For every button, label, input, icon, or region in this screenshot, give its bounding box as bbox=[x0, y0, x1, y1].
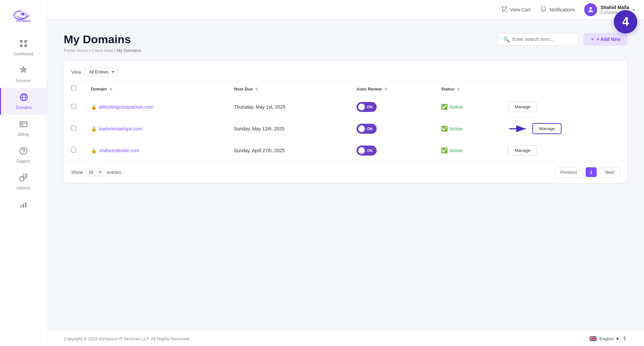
footer-right: 🇬🇧 English ▼ ⬆ bbox=[589, 335, 627, 342]
reports-icon bbox=[19, 200, 28, 211]
breadcrumb-client-area[interactable]: Client Area bbox=[92, 48, 113, 53]
table-row: 🔒 shaheentextile.com Sunday, April 27th,… bbox=[64, 140, 627, 161]
search-box: 🔍 bbox=[498, 33, 579, 46]
notification-count-badge: 4 bbox=[614, 10, 637, 34]
footer: Copyright © 2024 ElySpace IT Services LL… bbox=[47, 330, 644, 346]
svg-point-28 bbox=[506, 11, 507, 12]
logo[interactable]: ElySpace bbox=[9, 4, 38, 27]
row1-manage-button[interactable]: Manage bbox=[508, 102, 537, 112]
row2-auto-renew: ON bbox=[349, 118, 434, 140]
show-entries: Show 10 25 50 100 entries bbox=[71, 168, 121, 176]
page-title: My Domains bbox=[64, 33, 141, 46]
row3-status-badge: ✅ Active bbox=[441, 147, 494, 154]
support-icon bbox=[19, 146, 28, 157]
sidebar-item-services[interactable]: Services bbox=[0, 61, 47, 88]
row2-status-badge: ✅ Active bbox=[441, 125, 494, 132]
next-button[interactable]: Next bbox=[599, 167, 620, 177]
svg-rect-5 bbox=[24, 40, 27, 43]
show-label: Show bbox=[71, 170, 83, 175]
col-action bbox=[501, 82, 627, 96]
sidebar-item-dashboard[interactable]: Dashboard bbox=[0, 34, 47, 61]
sidebar-addons-label: Addons bbox=[16, 186, 30, 190]
copyright-text: Copyright © 2024 ElySpace IT Services LL… bbox=[64, 336, 191, 341]
sort-arrows-status: ⇅ bbox=[457, 87, 460, 91]
cart-icon bbox=[500, 5, 508, 14]
sidebar-item-addons[interactable]: Addons bbox=[0, 168, 47, 195]
cart-label: View Cart bbox=[510, 7, 530, 12]
ssl-lock-icon-2: 🔒 bbox=[91, 126, 97, 131]
breadcrumb-portal-home[interactable]: Portal Home bbox=[64, 48, 88, 53]
svg-rect-24 bbox=[20, 205, 21, 208]
svg-rect-14 bbox=[20, 122, 27, 127]
row1-auto-renew-toggle[interactable]: ON bbox=[357, 102, 377, 112]
col-status[interactable]: Status ⇅ bbox=[434, 82, 501, 96]
sort-arrows-domain: ⇅ bbox=[109, 87, 112, 91]
add-new-button[interactable]: ＋ + Add New bbox=[583, 33, 627, 46]
row3-auto-renew-toggle[interactable]: ON bbox=[357, 146, 377, 156]
search-input[interactable] bbox=[513, 37, 574, 42]
row2-checkbox[interactable] bbox=[71, 126, 76, 131]
sidebar-item-domains[interactable]: www Domains bbox=[0, 88, 47, 115]
table-footer: Show 10 25 50 100 entries Previous 1 Nex… bbox=[64, 161, 627, 183]
main-content: My Domains Portal Home / Client Area / M… bbox=[47, 19, 644, 330]
page-header: My Domains Portal Home / Client Area / M… bbox=[64, 33, 627, 53]
row1-checkbox[interactable] bbox=[71, 104, 76, 109]
svg-text:ElySpace: ElySpace bbox=[16, 19, 31, 22]
view-cart-link[interactable]: View Cart bbox=[500, 5, 530, 14]
table-row: 🔒 allhostingcomparison.com Thursday, May… bbox=[64, 96, 627, 118]
per-page-select[interactable]: 10 25 50 100 bbox=[86, 168, 104, 176]
domains-table: Domain ⇅ Next Due ⇅ Auto Renew ⇅ Status … bbox=[64, 82, 627, 161]
pagination: Previous 1 Next bbox=[554, 167, 620, 177]
row3-due-date: Sunday, April 27th, 2025 bbox=[226, 140, 349, 161]
row1-domain-name: allhostingcomparison.com bbox=[99, 104, 153, 110]
sidebar: ElySpace Dashboard Services www Domains … bbox=[0, 0, 47, 346]
sort-arrows-renew: ⇅ bbox=[384, 87, 387, 91]
status-active-icon-3: ✅ bbox=[441, 147, 448, 154]
select-all-header bbox=[64, 82, 84, 96]
addons-icon bbox=[19, 173, 28, 184]
scroll-top-icon[interactable]: ⬆ bbox=[622, 335, 627, 342]
row1-domain-cell: 🔒 allhostingcomparison.com bbox=[84, 96, 226, 118]
ssl-lock-icon: 🔒 bbox=[91, 104, 97, 110]
row2-auto-renew-toggle[interactable]: ON bbox=[357, 124, 377, 134]
row3-domain-link[interactable]: 🔒 shaheentextile.com bbox=[91, 148, 219, 153]
sort-arrows-due: ⇅ bbox=[255, 87, 258, 91]
col-domain[interactable]: Domain ⇅ bbox=[84, 82, 226, 96]
svg-rect-7 bbox=[24, 44, 27, 47]
breadcrumb: Portal Home / Client Area / My Domains bbox=[64, 48, 141, 53]
notifications-link[interactable]: Notifications bbox=[540, 5, 575, 14]
status-active-icon-2: ✅ bbox=[441, 125, 448, 132]
view-select[interactable]: All Entries Active Expired Pending bbox=[85, 67, 118, 77]
plus-icon: ＋ bbox=[590, 36, 595, 42]
row1-action-cell: Manage bbox=[501, 96, 627, 118]
sidebar-item-billing[interactable]: $ Billing bbox=[0, 115, 47, 141]
avatar bbox=[584, 3, 597, 16]
sidebar-item-support[interactable]: Support bbox=[0, 141, 47, 168]
row2-manage-button[interactable]: Manage bbox=[532, 123, 561, 134]
row2-checkbox-cell bbox=[64, 118, 84, 140]
previous-button[interactable]: Previous bbox=[554, 167, 583, 177]
row3-manage-button[interactable]: Manage bbox=[508, 145, 537, 156]
language-selector[interactable]: English ▼ bbox=[599, 336, 620, 341]
col-auto-renew[interactable]: Auto Renew ⇅ bbox=[349, 82, 434, 96]
row2-domain-link[interactable]: 🔒 kashmirstartups.com bbox=[91, 126, 219, 131]
domains-icon: www bbox=[19, 93, 29, 103]
user-name: Shahid Malla bbox=[600, 5, 629, 10]
row2-domain-name: kashmirstartups.com bbox=[99, 126, 142, 131]
sidebar-services-label: Services bbox=[15, 78, 31, 83]
language-chevron: ▼ bbox=[615, 336, 620, 341]
chevron-down-icon: ▾ bbox=[633, 7, 635, 12]
language-label: English bbox=[599, 336, 614, 341]
billing-icon: $ bbox=[19, 119, 28, 130]
row3-auto-renew: ON bbox=[349, 140, 434, 161]
select-all-checkbox[interactable] bbox=[71, 86, 76, 91]
sidebar-billing-label: Billing bbox=[18, 132, 29, 137]
row1-domain-link[interactable]: 🔒 allhostingcomparison.com bbox=[91, 104, 219, 110]
row1-status-badge: ✅ Active bbox=[441, 104, 494, 110]
breadcrumb-current: My Domains bbox=[117, 48, 141, 53]
row3-checkbox[interactable] bbox=[71, 148, 76, 153]
col-next-due[interactable]: Next Due ⇅ bbox=[226, 82, 349, 96]
sidebar-domains-label: Domains bbox=[16, 105, 32, 110]
page-1-button[interactable]: 1 bbox=[586, 167, 597, 177]
sidebar-item-reports[interactable] bbox=[0, 195, 47, 215]
